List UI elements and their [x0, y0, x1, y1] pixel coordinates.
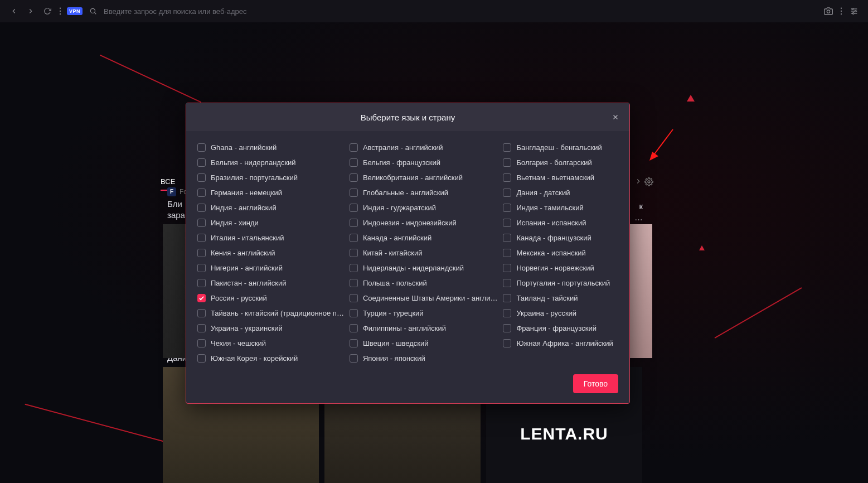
language-option[interactable]: Тайвань - китайский (традиционное п…: [197, 307, 344, 319]
language-option[interactable]: Франция - французский: [503, 322, 618, 334]
language-option[interactable]: Турция - турецкий: [350, 307, 497, 319]
checkbox[interactable]: [197, 294, 206, 302]
language-option[interactable]: Южная Корея - корейский: [197, 352, 344, 364]
checkbox[interactable]: [503, 339, 511, 347]
language-option[interactable]: Вьетнам - вьетнамский: [503, 171, 618, 183]
news-headline[interactable]: Близара: [167, 199, 187, 221]
more-icon[interactable]: [58, 5, 62, 17]
news-card[interactable]: [630, 224, 652, 358]
checkbox[interactable]: [197, 234, 206, 242]
language-option[interactable]: Япония - японский: [350, 352, 497, 364]
language-option[interactable]: Мексика - испанский: [503, 247, 618, 259]
close-button[interactable]: [609, 111, 622, 123]
language-option[interactable]: Нидерланды - нидерландский: [350, 262, 497, 274]
done-button[interactable]: Готово: [573, 374, 618, 393]
checkbox[interactable]: [197, 158, 206, 167]
language-option[interactable]: Южная Африка - английский: [503, 337, 618, 349]
checkbox[interactable]: [503, 158, 511, 167]
checkbox[interactable]: [197, 219, 206, 227]
language-option[interactable]: Индия - английский: [197, 201, 344, 214]
vpn-badge[interactable]: VPN: [67, 7, 83, 15]
checkbox[interactable]: [350, 173, 358, 182]
language-option[interactable]: Украина - украинский: [197, 322, 344, 334]
checkbox[interactable]: [350, 324, 358, 332]
checkbox[interactable]: [503, 264, 511, 272]
language-option[interactable]: Чехия - чешский: [197, 337, 344, 349]
language-option[interactable]: Испания - испанский: [503, 216, 618, 229]
language-option[interactable]: Бельгия - нидерландский: [197, 156, 344, 168]
language-option[interactable]: Индия - хинди: [197, 216, 344, 229]
search-icon[interactable]: [87, 5, 99, 17]
language-option[interactable]: Германия - немецкий: [197, 186, 344, 199]
checkbox[interactable]: [350, 219, 358, 227]
language-option[interactable]: Великобритания - английский: [350, 171, 497, 183]
checkbox[interactable]: [197, 339, 206, 347]
language-option[interactable]: Таиланд - тайский: [503, 292, 618, 304]
checkbox[interactable]: [197, 204, 206, 212]
forward-button[interactable]: [25, 5, 37, 17]
language-option[interactable]: Соединенные Штаты Америки - англи…: [350, 292, 497, 304]
checkbox[interactable]: [503, 234, 511, 242]
language-option[interactable]: Португалия - португальский: [503, 277, 618, 289]
checkbox[interactable]: [350, 279, 358, 287]
checkbox[interactable]: [197, 354, 206, 363]
checkbox[interactable]: [197, 279, 206, 287]
language-option[interactable]: Индия - гуджаратский: [350, 201, 497, 214]
checkbox[interactable]: [197, 173, 206, 182]
language-option[interactable]: Китай - китайский: [350, 247, 497, 259]
language-option[interactable]: Нигерия - английский: [197, 262, 344, 274]
snapshot-icon[interactable]: [822, 5, 835, 17]
checkbox[interactable]: [197, 143, 206, 152]
reload-button[interactable]: [41, 5, 54, 17]
checkbox[interactable]: [350, 354, 358, 363]
checkbox[interactable]: [503, 143, 511, 152]
checkbox[interactable]: [503, 204, 511, 212]
checkbox[interactable]: [503, 294, 511, 302]
checkbox[interactable]: [197, 264, 206, 272]
toolbar-more-icon[interactable]: [839, 5, 843, 17]
checkbox[interactable]: [503, 324, 511, 332]
checkbox[interactable]: [350, 309, 358, 317]
language-option[interactable]: Канада - французский: [503, 231, 618, 244]
checkbox[interactable]: [350, 294, 358, 302]
easy-setup-icon[interactable]: [848, 5, 860, 17]
checkbox[interactable]: [350, 249, 358, 257]
language-option[interactable]: Бангладеш - бенгальский: [503, 141, 618, 153]
checkbox[interactable]: [503, 219, 511, 227]
language-option[interactable]: Бельгия - французский: [350, 156, 497, 168]
checkbox[interactable]: [350, 189, 358, 197]
back-button[interactable]: [8, 5, 20, 17]
language-option[interactable]: Пакистан - английский: [197, 277, 344, 289]
language-option[interactable]: Индонезия - индонезийский: [350, 216, 497, 229]
checkbox[interactable]: [350, 339, 358, 347]
checkbox[interactable]: [197, 309, 206, 317]
language-option[interactable]: Бразилия - португальский: [197, 171, 344, 183]
language-option[interactable]: Индия - тамильский: [503, 201, 618, 214]
address-input[interactable]: Введите запрос для поиска или веб-адрес: [104, 7, 246, 16]
language-option[interactable]: Австралия - английский: [350, 141, 497, 153]
language-option[interactable]: Болгария - болгарский: [503, 156, 618, 168]
news-tabs-next-icon[interactable]: [634, 177, 642, 187]
language-option[interactable]: Кения - английский: [197, 247, 344, 259]
checkbox[interactable]: [503, 173, 511, 182]
news-headline[interactable]: к…: [634, 201, 643, 224]
language-option[interactable]: Дания - датский: [503, 186, 618, 199]
checkbox[interactable]: [503, 279, 511, 287]
checkbox[interactable]: [197, 249, 206, 257]
news-settings-icon[interactable]: [644, 177, 653, 189]
checkbox[interactable]: [197, 189, 206, 197]
checkbox[interactable]: [503, 249, 511, 257]
checkbox[interactable]: [503, 189, 511, 197]
language-option[interactable]: Италия - итальянский: [197, 231, 344, 244]
language-option[interactable]: Канада - английский: [350, 231, 497, 244]
language-option[interactable]: Швеция - шведский: [350, 337, 497, 349]
checkbox[interactable]: [350, 204, 358, 212]
language-option[interactable]: Ghana - английский: [197, 141, 344, 153]
language-option[interactable]: Россия - русский: [197, 292, 344, 304]
language-option[interactable]: Украина - русский: [503, 307, 618, 319]
checkbox[interactable]: [350, 158, 358, 167]
checkbox[interactable]: [350, 264, 358, 272]
language-option[interactable]: Норвегия - норвежский: [503, 262, 618, 274]
checkbox[interactable]: [350, 234, 358, 242]
language-option[interactable]: Польша - польский: [350, 277, 497, 289]
